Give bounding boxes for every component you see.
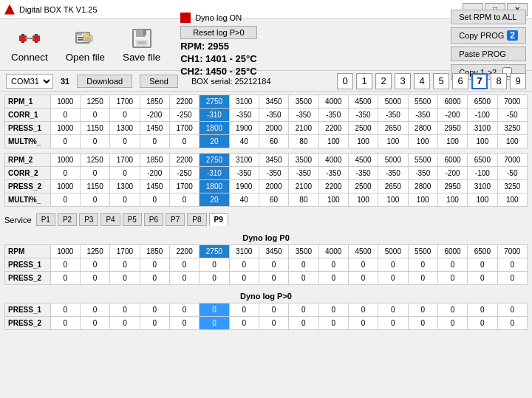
table-cell[interactable]: 20 xyxy=(200,135,229,148)
table-cell[interactable]: 0 xyxy=(80,193,109,207)
table-cell[interactable]: 0 xyxy=(50,272,80,285)
table-cell[interactable]: 5500 xyxy=(408,154,437,167)
table-cell[interactable]: 2200 xyxy=(169,95,199,109)
table-cell[interactable]: -310 xyxy=(200,167,229,180)
table-cell[interactable]: 100 xyxy=(348,193,378,207)
table-cell[interactable]: -350 xyxy=(259,109,288,122)
table-cell[interactable]: 1300 xyxy=(110,122,140,135)
table-cell[interactable]: 2100 xyxy=(289,122,318,135)
table-cell[interactable]: 0 xyxy=(80,167,109,180)
table-cell[interactable]: 0 xyxy=(408,272,437,285)
table-cell[interactable]: 100 xyxy=(437,135,467,148)
com-port-select[interactable]: COM31 xyxy=(6,74,53,89)
table-cell[interactable]: 5500 xyxy=(408,95,437,109)
table-cell[interactable]: 0 xyxy=(110,135,140,148)
table-cell[interactable]: 0 xyxy=(169,272,199,285)
service-tab-P3[interactable]: P3 xyxy=(79,213,98,226)
table-cell[interactable]: 0 xyxy=(229,303,259,317)
table-cell[interactable]: -50 xyxy=(497,167,527,180)
table-cell[interactable]: 1850 xyxy=(140,154,169,167)
table-cell[interactable]: 0 xyxy=(110,303,140,317)
table-cell[interactable]: 0 xyxy=(50,303,80,317)
table-cell[interactable]: 100 xyxy=(408,135,437,148)
table-cell[interactable]: 100 xyxy=(318,135,348,148)
table-cell[interactable]: 0 xyxy=(437,303,467,317)
table-cell[interactable]: 60 xyxy=(259,193,288,207)
num-cell-4[interactable]: 4 xyxy=(414,73,430,89)
table-cell[interactable]: 100 xyxy=(497,193,527,207)
table-cell[interactable]: 0 xyxy=(468,258,497,272)
table-cell[interactable]: 0 xyxy=(378,258,408,272)
table-cell[interactable]: 0 xyxy=(289,258,318,272)
table-cell[interactable]: 4500 xyxy=(348,154,378,167)
table-cell[interactable]: 5000 xyxy=(378,154,408,167)
table-cell[interactable]: 0 xyxy=(497,317,527,330)
table-cell[interactable]: -200 xyxy=(437,109,467,122)
num-cell-3[interactable]: 3 xyxy=(395,73,411,89)
table-cell[interactable]: 0 xyxy=(348,258,378,272)
table-cell[interactable]: 1700 xyxy=(110,95,140,109)
table-cell[interactable]: 0 xyxy=(229,317,259,330)
table-cell[interactable]: 0 xyxy=(437,258,467,272)
table-cell[interactable]: 100 xyxy=(318,193,348,207)
table-cell[interactable]: 0 xyxy=(50,167,80,180)
table-cell[interactable]: 0 xyxy=(318,303,348,317)
table-cell[interactable]: 2800 xyxy=(408,122,437,135)
table-cell[interactable]: 0 xyxy=(110,109,140,122)
num-cell-5[interactable]: 5 xyxy=(433,73,449,89)
table-cell[interactable]: 1700 xyxy=(110,245,140,258)
table-cell[interactable]: 1000 xyxy=(50,154,80,167)
table-cell[interactable]: 0 xyxy=(289,317,318,330)
table-cell[interactable]: 100 xyxy=(408,193,437,207)
table-cell[interactable]: 1900 xyxy=(229,122,259,135)
table-cell[interactable]: 1250 xyxy=(80,245,109,258)
table-cell[interactable]: 100 xyxy=(497,135,527,148)
table-cell[interactable]: 0 xyxy=(378,303,408,317)
table-cell[interactable]: 0 xyxy=(110,167,140,180)
table-cell[interactable]: -350 xyxy=(318,167,348,180)
table-cell[interactable]: -350 xyxy=(408,109,437,122)
table-cell[interactable]: 2200 xyxy=(318,180,348,193)
table-cell[interactable]: 80 xyxy=(289,193,318,207)
table-cell[interactable]: 1700 xyxy=(169,122,199,135)
table-cell[interactable]: 3500 xyxy=(289,245,318,258)
table-cell[interactable]: 2500 xyxy=(348,180,378,193)
service-tab-P4[interactable]: P4 xyxy=(100,213,120,226)
table-cell[interactable]: 100 xyxy=(378,135,408,148)
table-cell[interactable]: 0 xyxy=(50,135,80,148)
service-tab-P6[interactable]: P6 xyxy=(144,213,163,226)
table-cell[interactable]: 2200 xyxy=(169,245,199,258)
table-cell[interactable]: 1150 xyxy=(80,122,109,135)
service-tab-P5[interactable]: P5 xyxy=(123,213,142,226)
set-rpm-button[interactable]: Set RPM to ALL xyxy=(451,10,526,24)
table-cell[interactable]: 0 xyxy=(200,303,229,317)
table-cell[interactable]: 7000 xyxy=(497,95,527,109)
table-cell[interactable]: 0 xyxy=(140,272,169,285)
table-cell[interactable]: -200 xyxy=(437,167,467,180)
table-cell[interactable]: 0 xyxy=(289,303,318,317)
table-cell[interactable]: 4000 xyxy=(318,245,348,258)
table-cell[interactable]: 0 xyxy=(348,317,378,330)
table-cell[interactable]: 1250 xyxy=(80,95,109,109)
service-tab-P9[interactable]: P9 xyxy=(209,213,228,226)
table-cell[interactable]: 0 xyxy=(348,272,378,285)
table-cell[interactable]: 6500 xyxy=(468,245,497,258)
save-file-button[interactable]: Save file xyxy=(117,23,166,66)
table-cell[interactable]: 2200 xyxy=(318,122,348,135)
table-cell[interactable]: 0 xyxy=(229,272,259,285)
table-cell[interactable]: 4500 xyxy=(348,245,378,258)
table-cell[interactable]: 5000 xyxy=(378,245,408,258)
table-cell[interactable]: 0 xyxy=(468,303,497,317)
table-cell[interactable]: 2750 xyxy=(200,245,229,258)
service-tab-P2[interactable]: P2 xyxy=(58,213,77,226)
table-cell[interactable]: 4500 xyxy=(348,95,378,109)
table-cell[interactable]: -350 xyxy=(259,167,288,180)
table-cell[interactable]: 2650 xyxy=(378,180,408,193)
table-cell[interactable]: 0 xyxy=(229,258,259,272)
table-cell[interactable]: 0 xyxy=(110,317,140,330)
table-cell[interactable]: -100 xyxy=(468,167,497,180)
table-cell[interactable]: -350 xyxy=(378,167,408,180)
num-cell-6[interactable]: 6 xyxy=(452,73,468,89)
table-cell[interactable]: 0 xyxy=(259,317,288,330)
table-cell[interactable]: 0 xyxy=(169,258,199,272)
